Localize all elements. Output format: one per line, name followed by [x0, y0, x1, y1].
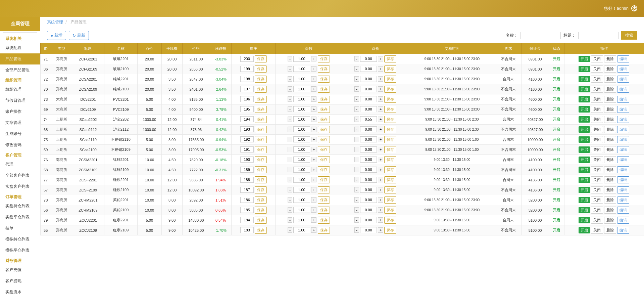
multi-plus-button[interactable]: + [311, 66, 316, 72]
multi-minus-button[interactable]: - [288, 96, 292, 102]
discuss-save-button[interactable]: 保存 [384, 96, 396, 103]
multi-save-button[interactable]: 保存 [318, 227, 330, 234]
discuss-save-button[interactable]: 保存 [384, 65, 396, 73]
discuss-plus-button[interactable]: + [378, 157, 383, 162]
action-open-button[interactable]: 开启 [579, 197, 590, 203]
rank-save-button[interactable]: 保存 [255, 166, 267, 173]
multi-minus-button[interactable]: - [288, 137, 292, 142]
sidebar-item-sim-closed[interactable]: 模拟平仓列表 [0, 245, 40, 256]
discuss-input[interactable] [360, 187, 377, 193]
action-open-button[interactable]: 开启 [579, 76, 590, 82]
discuss-minus-button[interactable]: - [354, 197, 359, 203]
multi-save-button[interactable]: 保存 [318, 86, 330, 93]
sidebar-item-pending[interactable]: 挂单 [0, 223, 40, 234]
rank-save-button[interactable]: 保存 [255, 136, 267, 143]
discuss-minus-button[interactable]: - [354, 167, 359, 172]
multi-minus-button[interactable]: - [288, 197, 292, 203]
action-edit-button[interactable]: 编辑 [617, 217, 629, 224]
multi-save-button[interactable]: 保存 [318, 136, 330, 143]
multi-minus-button[interactable]: - [288, 86, 292, 92]
sidebar-item-article[interactable]: 文章管理 [0, 117, 40, 128]
sidebar-item-sim-holding[interactable]: 模拟持仓列表 [0, 234, 40, 245]
rank-input[interactable] [240, 116, 254, 122]
multi-plus-button[interactable]: + [311, 137, 316, 142]
action-close-button[interactable]: 关闭 [591, 146, 603, 153]
rank-input[interactable] [240, 106, 254, 112]
action-close-button[interactable]: 关闭 [591, 227, 603, 234]
multi-save-button[interactable]: 保存 [318, 76, 330, 83]
add-button[interactable]: ● 新增 [47, 31, 66, 40]
multi-input[interactable] [293, 106, 310, 112]
discuss-input[interactable] [360, 66, 377, 72]
search-button[interactable]: 搜索 [621, 31, 637, 40]
discuss-plus-button[interactable]: + [378, 56, 383, 61]
action-edit-button[interactable]: 编辑 [617, 196, 629, 204]
action-edit-button[interactable]: 编辑 [617, 176, 629, 183]
rank-input[interactable] [240, 126, 254, 132]
discuss-save-button[interactable]: 保存 [384, 146, 396, 153]
rank-save-button[interactable]: 保存 [255, 227, 267, 234]
multi-plus-button[interactable]: + [311, 217, 316, 223]
discuss-minus-button[interactable]: - [354, 86, 359, 92]
discuss-save-button[interactable]: 保存 [384, 196, 396, 204]
multi-save-button[interactable]: 保存 [318, 176, 330, 183]
discuss-minus-button[interactable]: - [354, 187, 359, 192]
multi-input[interactable] [293, 96, 310, 102]
action-delete-button[interactable]: 删除 [604, 116, 616, 123]
action-delete-button[interactable]: 删除 [604, 65, 616, 73]
sidebar-item-product-manage[interactable]: 产品管理 [0, 53, 40, 64]
discuss-input[interactable] [360, 177, 377, 183]
rank-save-button[interactable]: 保存 [255, 186, 267, 193]
action-open-button[interactable]: 开启 [579, 157, 590, 163]
discuss-save-button[interactable]: 保存 [384, 207, 396, 214]
multi-minus-button[interactable]: - [288, 207, 292, 213]
discuss-minus-button[interactable]: - [354, 157, 359, 162]
action-close-button[interactable]: 关闭 [591, 156, 603, 163]
discuss-plus-button[interactable]: + [378, 137, 383, 142]
multi-save-button[interactable]: 保存 [318, 196, 330, 204]
rank-input[interactable] [240, 217, 254, 223]
action-edit-button[interactable]: 编辑 [617, 156, 629, 163]
multi-save-button[interactable]: 保存 [318, 116, 330, 123]
multi-plus-button[interactable]: + [311, 227, 316, 233]
action-delete-button[interactable]: 删除 [604, 136, 616, 143]
discuss-input[interactable] [360, 146, 377, 152]
sidebar-item-real-holding[interactable]: 实盘持仓列表 [0, 201, 40, 212]
multi-plus-button[interactable]: + [311, 127, 316, 132]
multi-input[interactable] [293, 197, 310, 203]
sidebar-item-all-product[interactable]: 全部产品管理 [0, 64, 40, 76]
action-delete-button[interactable]: 删除 [604, 217, 616, 224]
rank-save-button[interactable]: 保存 [255, 126, 267, 133]
multi-minus-button[interactable]: - [288, 157, 292, 162]
action-edit-button[interactable]: 编辑 [617, 86, 629, 93]
discuss-save-button[interactable]: 保存 [384, 76, 396, 83]
sidebar-item-agent[interactable]: 代理 [0, 159, 40, 170]
multi-save-button[interactable]: 保存 [318, 146, 330, 153]
action-close-button[interactable]: 关闭 [591, 196, 603, 204]
discuss-input[interactable] [360, 56, 377, 62]
discuss-input[interactable] [360, 116, 377, 122]
multi-plus-button[interactable]: + [311, 177, 316, 182]
multi-save-button[interactable]: 保存 [318, 156, 330, 163]
discuss-minus-button[interactable]: - [354, 217, 359, 223]
discuss-save-button[interactable]: 保存 [384, 136, 396, 143]
action-close-button[interactable]: 关闭 [591, 207, 603, 214]
rank-save-button[interactable]: 保存 [255, 96, 267, 103]
multi-minus-button[interactable]: - [288, 167, 292, 172]
sidebar-item-org[interactable]: 组织管理 [0, 84, 40, 95]
multi-plus-button[interactable]: + [311, 56, 316, 61]
rank-input[interactable] [240, 96, 254, 102]
action-delete-button[interactable]: 删除 [604, 186, 616, 193]
rank-save-button[interactable]: 保存 [255, 156, 267, 163]
multi-plus-button[interactable]: + [311, 207, 316, 213]
discuss-save-button[interactable]: 保存 [384, 116, 396, 123]
sidebar-item-real-flow[interactable]: 实盘流水 [0, 287, 40, 298]
discuss-input[interactable] [360, 197, 377, 203]
discuss-plus-button[interactable]: + [378, 66, 383, 72]
multi-input[interactable] [293, 207, 310, 213]
discuss-plus-button[interactable]: + [378, 227, 383, 233]
multi-plus-button[interactable]: + [311, 86, 316, 92]
rank-input[interactable] [240, 136, 254, 142]
action-edit-button[interactable]: 编辑 [617, 76, 629, 83]
action-close-button[interactable]: 关闭 [591, 166, 603, 173]
